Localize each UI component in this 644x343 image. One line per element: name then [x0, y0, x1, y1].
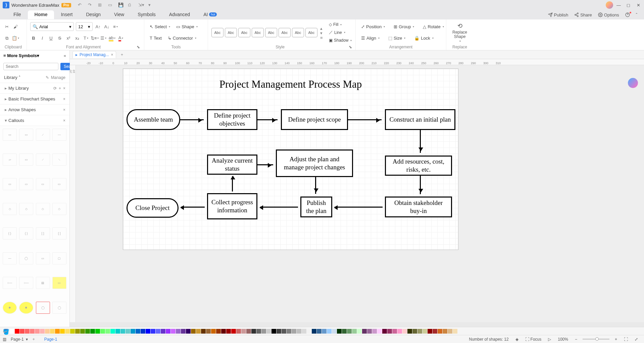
add-icon[interactable]: +: [59, 86, 61, 91]
font-name-select[interactable]: 🔍Arial▾: [30, 22, 74, 31]
color-swatch[interactable]: [80, 329, 85, 334]
color-swatch[interactable]: [90, 329, 95, 334]
horizontal-scrollbar[interactable]: [70, 322, 644, 327]
open-icon[interactable]: ▭: [108, 2, 113, 8]
align-button[interactable]: ☰ Align: [359, 35, 382, 42]
group-button[interactable]: ⊞ Group: [392, 23, 416, 30]
page-selector[interactable]: Page-1 ▾: [11, 337, 28, 342]
node-define-objectives[interactable]: Define project objectives: [207, 109, 257, 130]
menu-home[interactable]: Home: [28, 10, 54, 19]
replace-shape-button[interactable]: ⟲ Replace Shape: [450, 21, 470, 44]
case-icon[interactable]: T: [83, 35, 89, 42]
align-icon[interactable]: ≡: [112, 23, 119, 30]
color-swatch[interactable]: [226, 329, 231, 334]
text-tool[interactable]: T Text: [148, 35, 164, 42]
color-swatch[interactable]: [191, 329, 196, 334]
position-button[interactable]: ⤢ Position: [359, 23, 387, 30]
callout-shape[interactable]: ▤: [36, 277, 50, 289]
canvas[interactable]: Project Management Process Map Assemble …: [76, 65, 644, 322]
menu-file[interactable]: File: [7, 10, 28, 19]
subscript-icon[interactable]: x₂: [74, 35, 81, 42]
color-swatch[interactable]: [251, 329, 256, 334]
color-swatch[interactable]: [15, 329, 19, 334]
shape-tool[interactable]: ▭ Shape: [174, 23, 200, 30]
color-swatch[interactable]: [65, 329, 70, 334]
callout-shape[interactable]: ▢: [52, 252, 66, 264]
bold-icon[interactable]: B: [30, 35, 37, 42]
style-tile[interactable]: Abc: [252, 28, 264, 37]
color-swatch[interactable]: [136, 329, 140, 334]
style-tile[interactable]: Abc: [265, 28, 277, 37]
focus-button[interactable]: ⛶ Focus: [525, 337, 542, 342]
color-swatch[interactable]: [176, 329, 181, 334]
color-swatch[interactable]: [417, 329, 422, 334]
paint-bucket-icon[interactable]: 🪣: [3, 329, 8, 334]
maximize-icon[interactable]: ◻: [627, 3, 631, 7]
color-swatch[interactable]: [50, 329, 55, 334]
style-tile[interactable]: Abc: [211, 28, 224, 37]
library-group-mylibrary[interactable]: ▸My Library ⟳+×: [0, 83, 69, 94]
callout-shape[interactable]: ◇: [19, 203, 33, 215]
strike-icon[interactable]: S: [56, 35, 63, 42]
lock-button[interactable]: 🔒 Lock: [412, 35, 435, 42]
color-swatch[interactable]: [60, 329, 65, 334]
color-swatch[interactable]: [271, 329, 276, 334]
ai-assistant-icon[interactable]: [628, 78, 638, 88]
cut-icon[interactable]: ✂: [3, 23, 10, 30]
color-swatch[interactable]: [342, 329, 347, 334]
undo-icon[interactable]: ↶: [78, 2, 83, 8]
menu-design[interactable]: Design: [79, 10, 107, 19]
share-button[interactable]: Share: [574, 12, 592, 17]
font-color-icon[interactable]: A: [117, 35, 124, 42]
search-input[interactable]: [3, 63, 58, 70]
highlight-icon[interactable]: ab: [109, 35, 115, 42]
style-tile[interactable]: Abc: [225, 28, 237, 37]
callout-shape[interactable]: ▭: [19, 178, 33, 190]
color-swatch[interactable]: [266, 329, 271, 334]
color-swatch[interactable]: [181, 329, 186, 334]
shadow-button[interactable]: ▣ Shadow: [327, 37, 354, 44]
callout-shape[interactable]: ◯: [19, 252, 33, 264]
color-swatch[interactable]: [100, 329, 105, 334]
color-swatch[interactable]: [95, 329, 100, 334]
fit-page-icon[interactable]: ⛶: [624, 337, 628, 342]
menu-insert[interactable]: Insert: [54, 10, 79, 19]
callout-shape[interactable]: ✹: [19, 302, 33, 314]
pages-icon[interactable]: ▥: [3, 337, 7, 342]
color-swatch[interactable]: [256, 329, 261, 334]
color-swatch[interactable]: [236, 329, 241, 334]
superscript-icon[interactable]: x²: [65, 35, 72, 42]
connector[interactable]: [260, 207, 298, 208]
library-group-arrow-shapes[interactable]: ▸Arrow Shapes ×: [0, 104, 69, 115]
zoom-out-icon[interactable]: −: [575, 337, 577, 342]
paste-icon[interactable]: 📋: [12, 35, 19, 42]
callout-shape[interactable]: ▭: [52, 277, 66, 289]
color-swatch[interactable]: [186, 329, 191, 334]
page-link[interactable]: Page-1: [44, 337, 57, 342]
color-swatch[interactable]: [453, 329, 457, 334]
node-define-scope[interactable]: Define project scope: [281, 109, 348, 130]
color-swatch[interactable]: [407, 329, 412, 334]
color-swatch[interactable]: [45, 329, 50, 334]
select-tool[interactable]: ↖ Select: [148, 23, 172, 30]
close-window-icon[interactable]: ✕: [637, 3, 641, 7]
style-tile[interactable]: Abc: [292, 28, 304, 37]
color-swatch[interactable]: [241, 329, 246, 334]
menu-advanced[interactable]: Advanced: [162, 10, 197, 19]
color-swatch[interactable]: [438, 329, 442, 334]
connector[interactable]: [257, 164, 273, 165]
node-assemble-team[interactable]: Assemble team: [127, 109, 180, 130]
color-swatch[interactable]: [282, 329, 286, 334]
callout-shape[interactable]: ◇: [3, 203, 17, 215]
callout-shape[interactable]: ◯: [36, 302, 50, 314]
refresh-icon[interactable]: ⟳: [53, 86, 57, 91]
color-swatch[interactable]: [307, 329, 311, 334]
color-swatch[interactable]: [302, 329, 306, 334]
color-swatch[interactable]: [392, 329, 397, 334]
callout-shape[interactable]: ▭: [52, 178, 66, 190]
style-tile[interactable]: Abc: [279, 28, 291, 37]
callout-shape[interactable]: ⟋: [36, 129, 50, 141]
node-analyze-status[interactable]: Analyze current status: [207, 155, 257, 175]
callout-shape[interactable]: ✸: [3, 302, 17, 314]
color-swatch[interactable]: [367, 329, 372, 334]
